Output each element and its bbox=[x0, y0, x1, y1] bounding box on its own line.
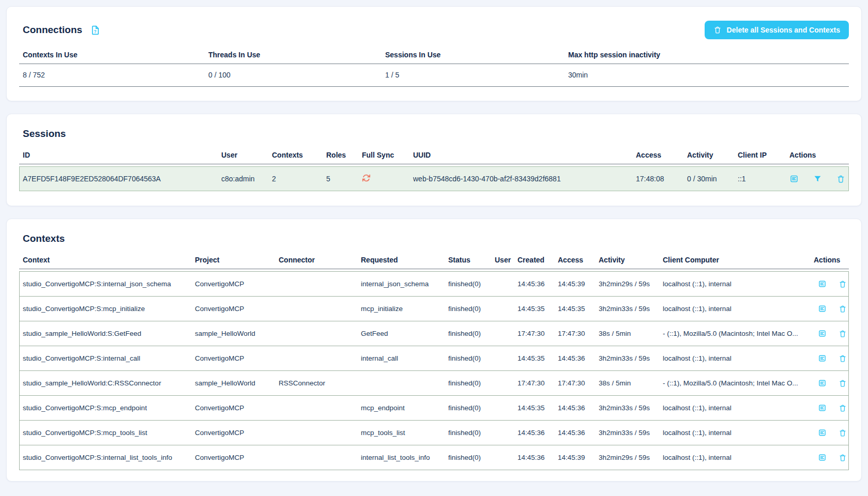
context-delete-icon[interactable] bbox=[839, 330, 847, 338]
session-delete-icon[interactable] bbox=[836, 175, 845, 183]
column-contexts-in-use: Contexts In Use bbox=[23, 51, 208, 59]
connections-title: Connections bbox=[23, 24, 82, 36]
context-delete-icon[interactable] bbox=[839, 454, 847, 462]
context-delete-icon[interactable] bbox=[839, 429, 847, 437]
sessions-title: Sessions bbox=[23, 128, 66, 140]
context-project: ConvertigoMCP bbox=[195, 429, 279, 437]
session-filter-icon[interactable] bbox=[813, 175, 822, 183]
context-created: 14:45:36 bbox=[517, 429, 558, 437]
context-details-icon[interactable] bbox=[818, 453, 827, 462]
context-row: studio_sample_HelloWorld:S:GetFeed sampl… bbox=[19, 321, 849, 346]
context-project: ConvertigoMCP bbox=[195, 354, 279, 362]
context-client-computer: localhost (::1), internal bbox=[663, 354, 814, 362]
context-row: studio_ConvertigoMCP:S:internal_json_sch… bbox=[19, 271, 849, 297]
context-delete-icon[interactable] bbox=[839, 280, 847, 288]
column-client-computer: Client Computer bbox=[663, 256, 814, 264]
context-client-computer: localhost (::1), internal bbox=[663, 429, 814, 437]
context-requested: internal_list_tools_info bbox=[361, 454, 448, 461]
context-name: studio_ConvertigoMCP:S:mcp_endpoint bbox=[23, 404, 195, 412]
connections-table-header: Contexts In Use Threads In Use Sessions … bbox=[19, 51, 849, 64]
context-details-icon[interactable] bbox=[818, 404, 827, 412]
sessions-in-use-value: 1 / 5 bbox=[385, 71, 568, 79]
context-name: studio_sample_HelloWorld:S:GetFeed bbox=[23, 330, 195, 337]
column-actions: Actions bbox=[789, 151, 845, 159]
column-contexts: Contexts bbox=[272, 151, 326, 159]
column-access: Access bbox=[558, 256, 599, 264]
context-project: sample_HelloWorld bbox=[195, 379, 279, 387]
column-threads-in-use: Threads In Use bbox=[208, 51, 385, 59]
context-created: 17:47:30 bbox=[517, 330, 558, 337]
context-created: 14:45:35 bbox=[517, 354, 558, 362]
context-activity: 3h2min33s / 59s bbox=[599, 429, 663, 437]
contexts-panel: Contexts Context Project Connector Reque… bbox=[6, 219, 862, 482]
context-actions bbox=[814, 379, 847, 388]
context-delete-icon[interactable] bbox=[839, 404, 847, 412]
admin-connections-page: Connections Delete all Sessions and Cont… bbox=[0, 0, 868, 496]
sessions-header: Sessions bbox=[19, 114, 849, 140]
context-created: 17:47:30 bbox=[517, 379, 558, 387]
column-project: Project bbox=[195, 256, 279, 264]
context-status: finished(0) bbox=[448, 379, 495, 387]
context-delete-icon[interactable] bbox=[839, 354, 847, 363]
context-delete-icon[interactable] bbox=[839, 305, 847, 313]
session-details-icon[interactable] bbox=[789, 174, 799, 183]
context-details-icon[interactable] bbox=[818, 304, 827, 313]
context-row: studio_ConvertigoMCP:S:internal_call Con… bbox=[19, 346, 849, 371]
max-http-session-inactivity-value: 30min bbox=[568, 71, 845, 79]
context-created: 14:45:35 bbox=[517, 305, 558, 313]
context-actions bbox=[814, 280, 847, 288]
context-project: sample_HelloWorld bbox=[195, 330, 279, 337]
context-project: ConvertigoMCP bbox=[195, 305, 279, 313]
context-details-icon[interactable] bbox=[818, 428, 827, 437]
connections-panel: Connections Delete all Sessions and Cont… bbox=[6, 6, 862, 101]
help-icon[interactable] bbox=[90, 25, 101, 36]
session-activity: 0 / 30min bbox=[687, 175, 738, 183]
context-requested: mcp_initialize bbox=[361, 305, 448, 313]
context-details-icon[interactable] bbox=[818, 354, 827, 363]
context-requested: mcp_tools_list bbox=[361, 429, 448, 437]
context-name: studio_ConvertigoMCP:S:internal_call bbox=[23, 354, 195, 362]
sessions-panel: Sessions ID User Contexts Roles Full Syn… bbox=[6, 114, 862, 206]
column-id: ID bbox=[23, 151, 221, 159]
context-details-icon[interactable] bbox=[818, 329, 827, 338]
delete-all-button-label: Delete all Sessions and Contexts bbox=[727, 26, 840, 34]
context-row: studio_sample_HelloWorld:C:RSSConnector … bbox=[19, 370, 849, 396]
contexts-in-use-value: 8 / 752 bbox=[23, 71, 208, 79]
context-details-icon[interactable] bbox=[818, 379, 827, 388]
contexts-title: Contexts bbox=[23, 233, 65, 244]
context-access: 17:47:30 bbox=[558, 330, 599, 337]
context-delete-icon[interactable] bbox=[839, 379, 847, 388]
context-row: studio_ConvertigoMCP:S:mcp_initialize Co… bbox=[19, 296, 849, 321]
context-project: ConvertigoMCP bbox=[195, 280, 279, 288]
context-client-computer: localhost (::1), internal bbox=[663, 454, 814, 461]
context-requested: internal_json_schema bbox=[361, 280, 448, 288]
column-sessions-in-use: Sessions In Use bbox=[385, 51, 568, 59]
column-activity: Activity bbox=[687, 151, 738, 159]
context-requested: mcp_endpoint bbox=[361, 404, 448, 412]
context-actions bbox=[814, 354, 847, 363]
context-access: 14:45:39 bbox=[558, 280, 599, 288]
context-access: 14:45:39 bbox=[558, 454, 599, 461]
context-status: finished(0) bbox=[448, 330, 495, 337]
context-created: 14:45:35 bbox=[517, 404, 558, 412]
context-activity: 3h2min33s / 59s bbox=[599, 305, 663, 313]
session-roles-count: 5 bbox=[326, 175, 362, 183]
session-client-ip: ::1 bbox=[738, 175, 789, 183]
delete-all-button[interactable]: Delete all Sessions and Contexts bbox=[705, 21, 849, 39]
context-name: studio_sample_HelloWorld:C:RSSConnector bbox=[23, 379, 195, 387]
context-name: studio_ConvertigoMCP:S:mcp_initialize bbox=[23, 305, 195, 313]
column-status: Status bbox=[448, 256, 495, 264]
connections-header: Connections Delete all Sessions and Cont… bbox=[19, 7, 849, 39]
contexts-header: Contexts bbox=[19, 219, 849, 244]
context-details-icon[interactable] bbox=[818, 280, 827, 288]
column-full-sync: Full Sync bbox=[362, 151, 413, 159]
context-status: finished(0) bbox=[448, 429, 495, 437]
context-access: 14:45:36 bbox=[558, 404, 599, 412]
connections-values-row: 8 / 752 0 / 100 1 / 5 30min bbox=[19, 64, 849, 87]
context-activity: 38s / 5min bbox=[599, 379, 663, 387]
context-access: 14:45:35 bbox=[558, 305, 599, 313]
context-name: studio_ConvertigoMCP:S:internal_json_sch… bbox=[23, 280, 195, 288]
column-client-ip: Client IP bbox=[738, 151, 789, 159]
context-activity: 3h2min33s / 59s bbox=[599, 354, 663, 362]
context-project: ConvertigoMCP bbox=[195, 454, 279, 461]
